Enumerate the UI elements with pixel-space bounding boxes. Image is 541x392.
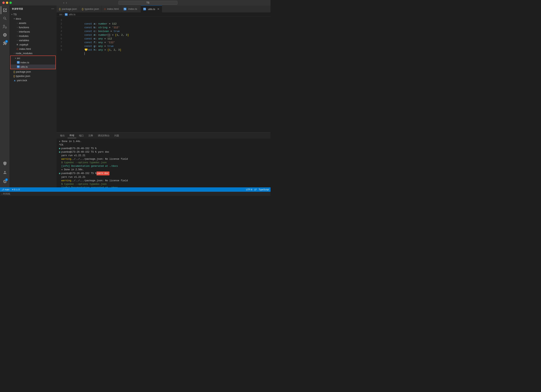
variables-arrow: › <box>16 39 19 41</box>
panel-tab-debug-console[interactable]: 调试控制台 <box>96 133 112 138</box>
panel-tab-output[interactable]: 输出 <box>58 133 67 138</box>
tab-utils-ts[interactable]: TS utils.ts ✕ <box>141 5 162 12</box>
sidebar-title: 资源管理器 <box>12 7 23 10</box>
term-yarn-1: yarn run v1.22.21 <box>59 154 85 157</box>
sidebar-more-button[interactable]: ··· <box>51 7 54 10</box>
activity-item-explorer[interactable] <box>1 6 9 14</box>
title-search-input[interactable] <box>119 1 177 5</box>
tree-item-typedoc-json[interactable]: {} typedoc.json <box>10 74 57 78</box>
status-errors[interactable]: ✕ 0 ⚠ 0 <box>12 188 20 191</box>
tree-item-node-modules[interactable]: › node_modules <box>10 51 57 55</box>
tab-typedoc-json-icon: {} <box>82 7 83 10</box>
breadcrumb-sep: › <box>63 13 64 16</box>
term-ctrl: ^C% <box>59 143 63 147</box>
tab-index-ts-icon: TS <box>124 8 126 10</box>
activity-item-remote[interactable] <box>1 159 9 167</box>
activity-item-source-control[interactable] <box>1 23 9 31</box>
term-line-yarn1: yarn run v1.22.21 <box>59 154 268 157</box>
tree-item-nojekyll[interactable]: ≡ .nojekyll <box>10 42 57 47</box>
nojekyll-icon: ≡ <box>16 43 18 46</box>
tab-package-json-icon: {} <box>59 7 61 10</box>
activity-item-account[interactable] <box>1 168 9 176</box>
interfaces-label: interfaces <box>19 30 30 33</box>
html-icon-docs: ◇ <box>16 47 18 51</box>
term-prompt-1: yuanbo@173-26-40-152 TS % <box>61 147 96 150</box>
activity-item-search[interactable] <box>1 15 9 22</box>
status-bar: ⎇ main ✕ 0 ⚠ 0 UTF-8 LF TypeScript <box>0 187 270 192</box>
assets-arrow: › <box>16 22 19 24</box>
json-icon-package: {} <box>13 70 15 73</box>
tree-item-assets[interactable]: › assets <box>10 21 57 25</box>
tab-package-json[interactable]: {} package.json <box>57 5 79 12</box>
tree-item-modules[interactable]: › modules <box>10 34 57 38</box>
terminal-content[interactable]: ✦ Done in 1.44s. ^C% ◉ yuanbo@173-26-40-… <box>57 138 270 187</box>
term-line-warn1: warning ../../.../package.json: No licen… <box>59 157 268 161</box>
minimize-button[interactable] <box>6 2 8 4</box>
term-info-1: [info] Documentation generated at ./docs <box>59 164 118 168</box>
maximize-button[interactable] <box>10 2 12 4</box>
forward-button[interactable]: › <box>66 1 67 5</box>
node-modules-arrow: › <box>13 52 16 54</box>
breadcrumb: src › TS utils.ts <box>57 12 270 17</box>
term-line-typedoc1: $ typedoc --options typedoc.json <box>59 161 268 164</box>
term-warn-2: warning <box>59 179 71 183</box>
tree-item-ts[interactable]: ▾ TS <box>10 12 57 16</box>
tab-package-json-label: package.json <box>62 7 77 10</box>
warning-icon-status: ⚠ <box>16 188 18 191</box>
tree-item-functions[interactable]: › functions <box>10 25 57 29</box>
tree-item-docs-index-html[interactable]: ◇ index.html <box>10 47 57 51</box>
activity-bar: 1 1 <box>0 5 10 187</box>
term-cmd-1: yuanbo@173-26-40-152 TS % yarn doc <box>61 150 109 154</box>
tree-item-docs[interactable]: ▾ docs <box>10 16 57 21</box>
tree-item-yarn-lock[interactable]: ▲ yarn.lock <box>10 78 57 82</box>
term-line-prompt1: ◉ yuanbo@173-26-40-152 TS % <box>59 147 268 150</box>
activity-item-run-debug[interactable] <box>1 31 9 39</box>
yarn-icon: ▲ <box>13 79 16 82</box>
functions-arrow: › <box>16 26 19 28</box>
tab-utils-ts-label: utils.ts <box>148 8 155 10</box>
tree-item-interfaces[interactable]: › interfaces <box>10 29 57 34</box>
close-button[interactable] <box>2 2 5 4</box>
extensions-badge: 1 <box>5 40 8 43</box>
term-typedoc-2: $ typedoc --options typedoc.json <box>59 183 106 186</box>
modules-label: modules <box>19 35 28 37</box>
term-typedoc-1: $ typedoc --options typedoc.json <box>59 161 106 164</box>
docs-collapse-arrow: ▾ <box>13 18 16 20</box>
term-line-cmd1: ◉ yuanbo@173-26-40-152 TS % yarn doc <box>59 150 268 154</box>
branch-name: main <box>5 188 10 191</box>
status-language[interactable]: TypeScript <box>259 188 269 191</box>
term-line-info2: [info] Documentation generated at ./docs <box>59 186 268 187</box>
activity-item-extensions[interactable]: 1 <box>1 39 9 47</box>
tab-close-utils-ts[interactable]: ✕ <box>157 7 160 10</box>
tab-typedoc-json[interactable]: {} typedoc.json <box>79 5 102 12</box>
tab-index-ts[interactable]: TS index.ts <box>121 5 141 12</box>
code-editor[interactable]: 1 2 3 4 5 6 7 8 9 const a: number = 112 … <box>57 17 270 132</box>
tabs-bar: {} package.json {} typedoc.json ◇ index.… <box>57 5 270 12</box>
tree-item-utils-ts[interactable]: TS utils.ts <box>10 65 55 69</box>
typedoc-json-label: typedoc.json <box>16 75 30 77</box>
code-content[interactable]: const a: number = 112 const b: string = … <box>64 17 270 132</box>
tree-item-variables[interactable]: › variables <box>10 38 57 42</box>
interfaces-arrow: › <box>16 31 19 33</box>
json-icon-typedoc: {} <box>13 75 15 77</box>
sidebar: 资源管理器 ··· ▾ TS ▾ docs › assets › functio… <box>10 5 57 187</box>
yarn-lock-label: yarn.lock <box>17 79 27 82</box>
timeline-arrow: › <box>2 193 2 195</box>
status-encoding[interactable]: UTF-8 <box>246 188 252 191</box>
tree-item-src[interactable]: ▾ src <box>10 56 55 60</box>
status-branch[interactable]: ⎇ main <box>2 188 10 191</box>
panel-tabs: 输出 终端 端口 注释 调试控制台 问题 <box>57 133 270 138</box>
panel-tab-problems[interactable]: 问题 <box>112 133 121 138</box>
tree-item-index-ts[interactable]: TS index.ts <box>10 60 55 65</box>
index-ts-label: index.ts <box>21 61 29 64</box>
tree-item-package-json[interactable]: {} package.json <box>10 69 57 74</box>
status-line-ending[interactable]: LF <box>254 188 257 191</box>
panel-tab-ports[interactable]: 端口 <box>77 133 86 138</box>
activity-item-settings[interactable]: 1 <box>1 178 9 185</box>
back-button[interactable]: ‹ <box>63 1 64 5</box>
panel-tab-comments[interactable]: 注释 <box>86 133 95 138</box>
panel-tab-terminal[interactable]: 终端 <box>68 133 76 138</box>
tab-index-html[interactable]: ◇ index.html <box>102 5 121 12</box>
line-numbers: 1 2 3 4 5 6 7 8 9 <box>57 17 64 132</box>
timeline-label[interactable]: 时间线 <box>3 192 10 196</box>
